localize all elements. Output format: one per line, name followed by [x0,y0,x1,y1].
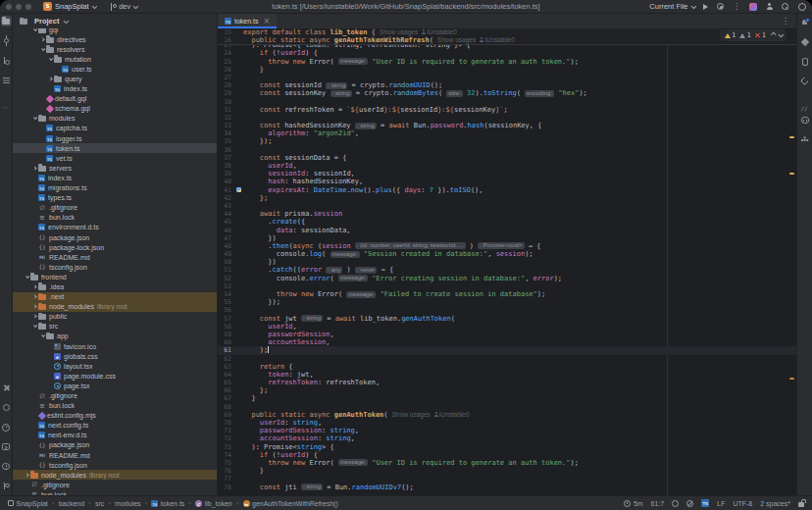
line-number[interactable]: 71 [218,427,235,434]
tree-row[interactable]: README.md [13,450,217,460]
code-line[interactable]: 48 .then(async (session : (id: number; u… [218,242,796,250]
code-line[interactable]: 58 userId, [218,323,796,331]
line-number[interactable]: 60 [218,338,235,346]
tree-row[interactable]: .gitignore [13,480,217,489]
line-number[interactable]: 33 [218,122,235,129]
more-icon[interactable] [1,94,12,105]
line-number[interactable]: 46 [218,227,235,234]
line-number[interactable]: 63 [218,363,235,371]
code-line[interactable]: 69 public static async genAuthToken( Sho… [218,411,796,419]
ts-badge-widget[interactable] [701,499,709,507]
clock-widget[interactable]: 5m [624,500,643,507]
inspections-widget[interactable]: 111 [720,29,787,41]
search-everywhere-icon[interactable] [782,3,789,11]
tree-row[interactable]: .idea [13,281,217,291]
code-line[interactable]: 61 ); [218,346,796,354]
tree-chevron-icon[interactable] [30,117,38,120]
status-widget[interactable]: UTF-8 [733,500,752,507]
line-number[interactable]: 31 [218,106,235,114]
line-number[interactable]: 69 [218,411,235,419]
gradle-icon[interactable] [799,76,810,86]
tree-chevron-icon[interactable] [38,48,46,51]
code-line[interactable]: 50 }) [218,258,796,266]
tree-chevron-icon[interactable] [30,28,38,31]
terminal-icon[interactable] [1,441,12,452]
build-icon[interactable] [1,382,12,393]
problems-icon[interactable] [1,461,12,472]
line-number[interactable]: 47 [218,234,235,242]
line-number[interactable]: 57 [218,315,235,323]
error-stripe-mark[interactable] [789,378,794,380]
minimize-window-button[interactable] [16,4,22,10]
tree-row[interactable]: bun.lock [13,401,217,411]
code-line[interactable]: 16 public static async genAuthTokenWithR… [218,36,796,44]
no-inspection-widget[interactable] [686,500,693,507]
tree-row[interactable]: index.ts [13,84,217,94]
breadcrumb-item[interactable]: genAuthTokenWithRefresh() [243,500,338,507]
code-line[interactable]: 66 }; [218,386,796,394]
code-editor[interactable]: 111 15export default class lib_token { S… [218,28,796,495]
line-number[interactable]: 34 [218,129,235,137]
notifications-bell-icon[interactable] [799,17,810,27]
line-number[interactable]: 66 [218,386,235,394]
tab-options-button[interactable]: ⋮ [782,18,789,26]
code-line[interactable]: 25 throw new Error( message: "User ID is… [218,58,796,66]
code-line[interactable]: 39 sessionId: sessionId, [218,170,796,178]
tree-row[interactable]: package.json [13,232,217,242]
code-line[interactable]: 56 [218,306,796,314]
project-panel-header[interactable]: Project [13,14,217,28]
line-number[interactable]: 25 [218,58,235,66]
line-number[interactable]: 45 [218,218,235,226]
ai-assistant-icon[interactable] [749,3,757,11]
tree-row[interactable]: package.json [13,440,217,450]
code-line[interactable]: 46 data: sessionData, [218,227,796,234]
line-number[interactable]: 53 [218,282,235,290]
code-line[interactable]: 43 [218,202,796,210]
project-folder-icon[interactable] [1,16,12,26]
tree-row[interactable]: types.ts [13,193,217,203]
line-number[interactable]: 78 [218,484,235,491]
line-number[interactable]: 70 [218,419,235,427]
code-line[interactable]: 54 throw new Error( message: "Failed to … [218,290,796,298]
tree-row[interactable]: next-env.d.ts [13,431,217,440]
code-line[interactable]: 28 const sessionId : string = crypto.ran… [218,81,796,89]
tree-row[interactable]: token.ts [13,143,217,153]
breadcrumb-item[interactable]: modules [115,500,140,507]
line-number[interactable]: 41 [218,186,235,194]
gutter-icon[interactable] [236,187,241,192]
tree-row[interactable]: .gitignore [13,390,217,400]
line-number[interactable]: 29 [218,89,235,97]
line-number[interactable]: 56 [218,306,235,314]
code-line[interactable]: 67 } [218,394,796,402]
code-line[interactable]: 41 expiresAt: DateTime.now().plus({ days… [218,186,796,194]
line-number[interactable]: 26 [218,66,235,74]
close-tab-icon[interactable]: × [264,18,271,26]
code-line[interactable]: 49 console.log( message: "Session create… [218,250,796,258]
run-button[interactable] [703,4,708,10]
line-number[interactable]: 15 [218,28,235,36]
line-number[interactable]: 43 [218,202,235,210]
structure-icon[interactable] [1,75,12,85]
tree-row[interactable]: .next [13,292,217,302]
line-number[interactable]: 42 [218,194,235,202]
settings-gear-icon[interactable] [798,3,806,11]
tree-row[interactable]: captcha.ts [13,124,217,133]
line-number[interactable]: 50 [218,258,235,266]
line-number[interactable]: 67 [218,394,235,402]
code-line[interactable]: 53 [218,282,796,290]
tree-row[interactable]: src [13,322,217,332]
commit-icon[interactable] [1,35,12,46]
run-widget-icon[interactable] [1,422,12,433]
line-number[interactable]: 37 [218,154,235,162]
code-line[interactable]: 71 passwordSession: string, [218,427,796,434]
line-number[interactable]: 59 [218,331,235,338]
tree-row[interactable]: modules [13,114,217,124]
donut-widget[interactable] [672,500,679,507]
code-line[interactable]: 30 [218,98,796,106]
line-number[interactable]: 62 [218,355,235,363]
code-line[interactable]: 32 [218,114,796,122]
code-line[interactable]: 40 hash: hashedSessionKey, [218,178,796,185]
code-line[interactable]: 62 [218,355,796,363]
code-line[interactable]: 65 refreshToken: refreshToken, [218,379,796,386]
status-widget[interactable]: LF [717,500,725,507]
